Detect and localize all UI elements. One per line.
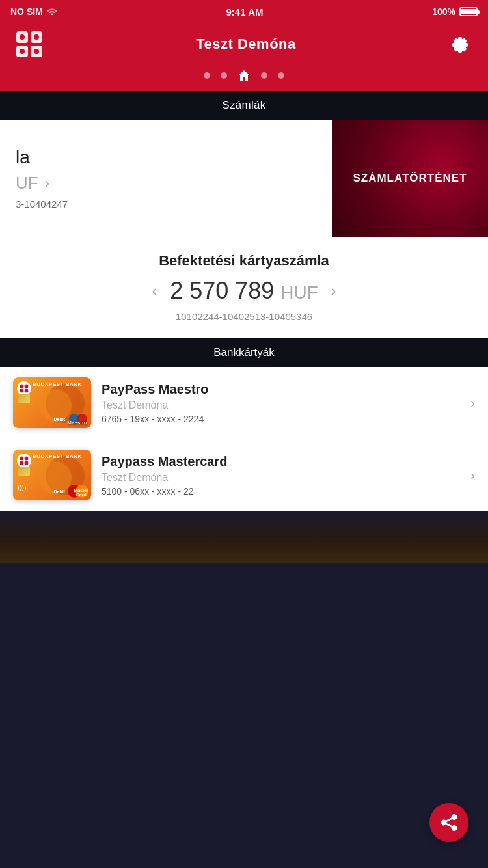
card-chip-2 bbox=[18, 467, 30, 476]
app-header: Teszt Demóna bbox=[0, 23, 488, 65]
investment-amount-value: 2 570 789 HUF bbox=[170, 277, 318, 305]
svg-rect-11 bbox=[25, 389, 29, 393]
nav-dot-1[interactable] bbox=[204, 72, 210, 79]
status-right: 100% bbox=[432, 7, 478, 17]
bank-name-label-1: BUDAPEST BANK bbox=[33, 381, 82, 387]
card-holder-mastercard: Teszt Demóna bbox=[102, 472, 460, 483]
nav-dots bbox=[0, 65, 488, 91]
card-chevron-mastercard[interactable]: › bbox=[470, 468, 475, 483]
card-chip-1 bbox=[18, 394, 30, 403]
share-fab-button[interactable] bbox=[429, 803, 468, 842]
nav-dot-2[interactable] bbox=[221, 72, 227, 79]
status-bar: NO SIM 9:41 AM 100% bbox=[0, 0, 488, 23]
svg-rect-9 bbox=[25, 385, 29, 388]
card-number-mastercard: 5100 - 06xx - xxxx - 22 bbox=[102, 486, 460, 496]
accounts-section-header: Számlák bbox=[0, 91, 488, 120]
no-sim-text: NO SIM bbox=[10, 7, 43, 17]
bank-logo-maestro bbox=[17, 381, 31, 396]
card-item-maestro[interactable]: BUDAPEST BANK Debit Maestro PayPass Maes… bbox=[0, 367, 488, 439]
investment-account-number: 10102244-10402513-10405346 bbox=[176, 311, 312, 322]
card-item-mastercard[interactable]: BUDAPEST BANK )))) Debit MasterCard Payp… bbox=[0, 439, 488, 511]
partial-amount-row: UF › bbox=[16, 173, 316, 193]
status-time: 9:41 AM bbox=[226, 7, 264, 18]
nav-dot-home[interactable] bbox=[237, 69, 251, 82]
svg-point-4 bbox=[20, 34, 25, 40]
bank-cards-section-header: Bankkártyák bbox=[0, 338, 488, 367]
investment-account: Befektetési kártyaszámla ‹ 2 570 789 HUF… bbox=[0, 237, 488, 338]
card-info-maestro: PayPass Maestro Teszt Demóna 6765 - 19xx… bbox=[102, 381, 460, 424]
card-info-mastercard: Paypass Mastercard Teszt Demóna 5100 - 0… bbox=[102, 454, 460, 496]
settings-button[interactable] bbox=[446, 30, 475, 59]
svg-point-7 bbox=[34, 49, 39, 54]
account-card-partial: la UF › 3-10404247 SZÁMLATÖRTÉNET bbox=[0, 120, 488, 237]
investment-account-title: Befektetési kártyaszámla bbox=[159, 252, 329, 269]
card-name-maestro: PayPass Maestro bbox=[102, 381, 460, 397]
card-image-maestro: BUDAPEST BANK Debit Maestro bbox=[13, 377, 91, 428]
card-image-mastercard: BUDAPEST BANK )))) Debit MasterCard bbox=[13, 450, 91, 500]
partial-account-name: la bbox=[16, 147, 316, 168]
investment-prev-button[interactable]: ‹ bbox=[152, 282, 157, 300]
battery-percent: 100% bbox=[432, 7, 455, 17]
footer-background bbox=[0, 511, 488, 563]
bank-name-label-2: BUDAPEST BANK bbox=[33, 454, 82, 459]
card-holder-maestro: Teszt Demóna bbox=[102, 400, 460, 411]
account-card-left: la UF › 3-10404247 bbox=[0, 120, 332, 237]
svg-rect-13 bbox=[25, 457, 29, 461]
svg-rect-8 bbox=[20, 385, 24, 388]
wifi-icon bbox=[47, 7, 57, 17]
svg-point-5 bbox=[34, 34, 39, 40]
svg-rect-12 bbox=[20, 457, 24, 461]
svg-rect-15 bbox=[25, 461, 29, 465]
app-logo bbox=[13, 28, 46, 61]
investment-currency: HUF bbox=[280, 282, 318, 303]
bank-logo-mastercard bbox=[17, 454, 31, 468]
card-name-mastercard: Paypass Mastercard bbox=[102, 454, 460, 469]
account-history-button[interactable]: SZÁMLATÖRTÉNET bbox=[332, 120, 488, 237]
nav-dot-5[interactable] bbox=[278, 72, 284, 79]
partial-account-chevron[interactable]: › bbox=[45, 175, 49, 192]
svg-rect-14 bbox=[20, 461, 24, 465]
page-title: Teszt Demóna bbox=[196, 36, 296, 53]
nav-dot-4[interactable] bbox=[261, 72, 267, 79]
card-number-maestro: 6765 - 19xx - xxxx - 2224 bbox=[102, 414, 460, 424]
account-history-label: SZÁMLATÖRTÉNET bbox=[353, 172, 467, 185]
investment-next-button[interactable]: › bbox=[331, 282, 336, 300]
battery-icon bbox=[459, 7, 478, 16]
card-chevron-maestro[interactable]: › bbox=[470, 396, 475, 411]
partial-account-number: 3-10404247 bbox=[16, 198, 316, 210]
investment-amount-row: ‹ 2 570 789 HUF › bbox=[152, 277, 336, 305]
partial-account-amount: UF bbox=[16, 173, 38, 193]
svg-rect-10 bbox=[20, 389, 24, 393]
status-left: NO SIM bbox=[10, 7, 57, 17]
svg-point-6 bbox=[20, 49, 25, 54]
